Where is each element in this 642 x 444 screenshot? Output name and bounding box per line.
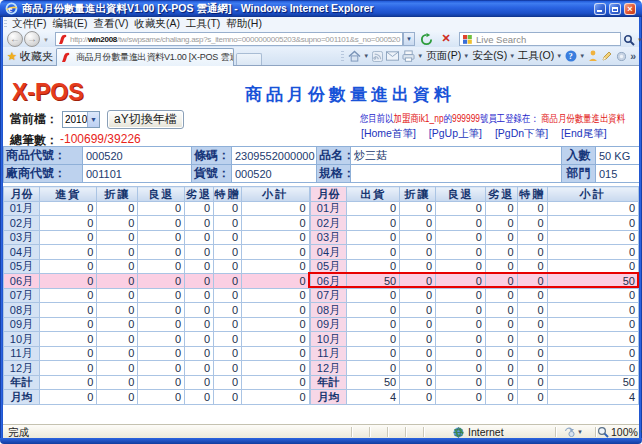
value-cell: 0 [39, 245, 97, 260]
maximize-glyph-icon [612, 7, 618, 12]
switch-year-button[interactable]: aY切換年檔 [107, 110, 184, 129]
menu-edit[interactable]: 编辑(E) [49, 17, 90, 31]
help-dropdown-icon[interactable]: ▼ [579, 53, 585, 59]
table-row: 08月000000 [310, 303, 638, 318]
year-select[interactable]: 2010 ▼ [62, 111, 100, 128]
tab-active[interactable]: 商品月份數量進出資料V1.00 [X-POS 雲通網] [56, 48, 234, 66]
menu-help[interactable]: 帮助(H) [223, 17, 265, 31]
tools-dropdown-icon: ▼ [556, 53, 562, 59]
nav-home-first[interactable]: [Home首筆] [361, 127, 416, 141]
month-cell: 12月 [310, 361, 347, 376]
column-header: 小計 [547, 187, 638, 202]
spec-value[interactable] [351, 165, 562, 183]
address-dropdown-button[interactable]: ▼ [403, 32, 415, 46]
table-row: 01月000000 [4, 201, 310, 216]
search-button[interactable] [623, 32, 637, 46]
barcode-value[interactable]: 2309552000000 [232, 147, 317, 165]
value-cell: 0 [547, 245, 638, 260]
value-cell: 0 [436, 245, 486, 260]
settings-button[interactable] [615, 50, 628, 63]
value-cell: 0 [242, 245, 310, 260]
blog-button[interactable] [600, 49, 614, 63]
feeds-button[interactable] [371, 50, 384, 63]
protected-mode-button[interactable]: ▼ [563, 426, 583, 437]
history-dropdown-icon[interactable]: ▼ [43, 37, 49, 43]
value-cell: 0 [517, 303, 547, 318]
forward-button[interactable]: → [24, 31, 40, 47]
value-cell: 0 [547, 317, 638, 332]
read-mail-button[interactable] [385, 50, 400, 62]
value-cell: 0 [138, 216, 185, 231]
value-cell: 0 [214, 303, 242, 318]
pack-qty-value[interactable]: 50 KG [596, 147, 640, 165]
value-cell: 0 [485, 317, 517, 332]
maximize-button[interactable] [609, 3, 621, 15]
safety-menu-button[interactable]: 安全(S) ▼ [471, 48, 516, 64]
value-cell: 0 [185, 259, 214, 274]
menu-grip[interactable] [4, 20, 7, 29]
messenger-button[interactable] [587, 49, 599, 63]
month-cell: 11月 [310, 346, 347, 361]
address-input[interactable]: http://win2008/tw/swpsame/chaliang.asp?s… [55, 32, 403, 46]
value-cell: 0 [39, 346, 97, 361]
search-options-dropdown-icon[interactable]: ▼ [637, 37, 642, 43]
page-dropdown-icon: ▼ [463, 53, 469, 59]
favorites-button[interactable]: ★ 收藏夹 [7, 49, 53, 64]
menu-file[interactable]: 文件(F) [9, 17, 49, 31]
product-name-label: 品名： [317, 147, 351, 165]
value-cell: 0 [436, 361, 486, 376]
tools-menu-button[interactable]: 工具(O) ▼ [517, 48, 563, 64]
value-cell: 0 [547, 332, 638, 347]
browser-window: e 商品月份數量進出資料V1.00 [X-POS 雲通網] - Windows … [0, 0, 642, 444]
item-no-value[interactable]: 000520 [232, 165, 317, 183]
nav-pgup-prev[interactable]: [PgUp上筆] [429, 127, 482, 141]
home-dropdown-icon[interactable]: ▼ [363, 53, 369, 59]
back-button[interactable]: ← [7, 31, 23, 47]
home-button[interactable]: ▼ [347, 49, 370, 63]
zoom-control[interactable]: 100% ▼ [597, 426, 642, 438]
value-cell: 0 [547, 230, 638, 245]
value-cell: 0 [347, 201, 400, 216]
stop-button[interactable]: ✕ [437, 32, 455, 46]
department-value[interactable]: 015 [596, 165, 640, 183]
menu-favorites[interactable]: 收藏夹(A) [131, 17, 183, 31]
value-cell: 0 [39, 332, 97, 347]
value-cell: 0 [138, 375, 185, 390]
column-header: 月份 [310, 187, 347, 202]
value-cell: 0 [39, 201, 97, 216]
protected-mode-dropdown-icon[interactable]: ▼ [577, 429, 583, 435]
page-menu-button[interactable]: 页面(P) ▼ [425, 48, 470, 64]
search-input[interactable]: Live Search [459, 32, 621, 46]
nav-pgdn-next[interactable]: [PgDn下筆] [495, 127, 548, 141]
refresh-button[interactable] [417, 32, 436, 46]
column-header: 月份 [4, 187, 40, 202]
new-tab-button[interactable] [236, 53, 262, 65]
vendor-code-value[interactable]: 001101 [83, 165, 192, 183]
value-cell: 0 [347, 230, 400, 245]
help-button[interactable]: ? ▼ [564, 49, 586, 63]
minimize-glyph-icon [597, 10, 602, 12]
table-row: 05月000000 [310, 259, 638, 274]
value-cell: 0 [485, 288, 517, 303]
print-dropdown-icon[interactable]: ▼ [417, 53, 423, 59]
year-select-arrow-icon[interactable]: ▼ [87, 112, 99, 127]
value-cell: 0 [39, 361, 97, 376]
table-row: 年計000000 [4, 375, 310, 390]
print-button[interactable]: ▼ [401, 49, 424, 63]
minimize-button[interactable] [594, 3, 606, 15]
overflow-chevron[interactable]: » [629, 49, 637, 63]
safety-menu-label: 安全(S) [472, 49, 507, 63]
product-code-value[interactable]: 000520 [83, 147, 192, 165]
menu-tools[interactable]: 工具(T) [183, 17, 223, 31]
close-button[interactable]: × [624, 3, 636, 15]
product-name-value[interactable]: 炒三菇 [351, 147, 562, 165]
command-bar-grip[interactable] [341, 51, 344, 61]
value-cell: 0 [517, 216, 547, 231]
status-separator [369, 427, 370, 437]
title-bar[interactable]: e 商品月份數量進出資料V1.00 [X-POS 雲通網] - Windows … [0, 0, 642, 17]
form-row-2: 廠商代號： 001101 貨號： 000520 規格： 部門 015 [4, 165, 640, 183]
month-cell: 04月 [310, 245, 347, 260]
menu-view[interactable]: 查看(V) [90, 17, 131, 31]
tools-menu-label: 工具(O) [518, 49, 554, 63]
nav-end-last[interactable]: [End尾筆] [561, 127, 607, 141]
